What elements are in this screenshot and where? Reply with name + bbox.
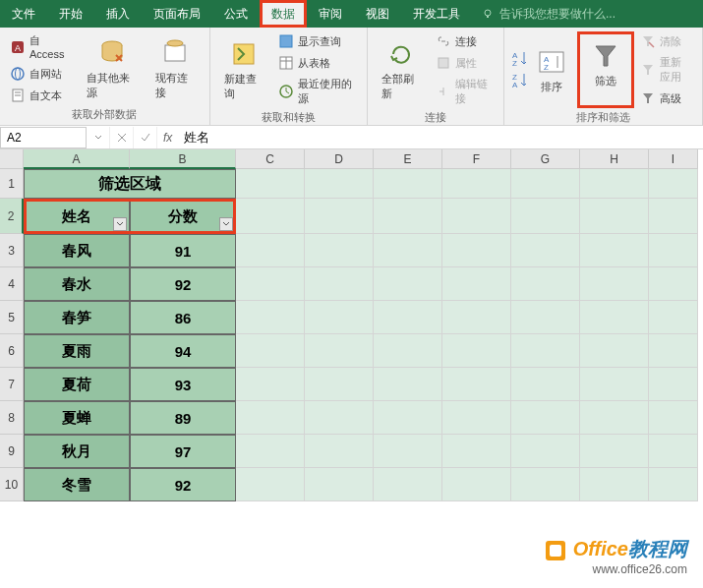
cell[interactable]: 夏荷 [24,368,130,401]
col-header-C[interactable]: C [236,149,305,169]
cell[interactable]: 91 [130,234,236,267]
cell[interactable] [305,401,374,435]
cell[interactable]: 89 [130,401,236,435]
cell[interactable] [649,301,698,334]
cell[interactable] [236,199,305,234]
cell[interactable] [374,234,442,267]
clear-filter-button[interactable]: 清除 [636,31,696,51]
cell[interactable]: 93 [130,368,236,401]
cell[interactable] [511,199,580,234]
cell[interactable] [236,468,305,501]
row-header-2[interactable]: 2 [0,199,24,234]
menu-data[interactable]: 数据 [260,0,307,28]
from-web-button[interactable]: 自网站 [6,64,77,84]
menu-formulas[interactable]: 公式 [212,0,260,28]
cell[interactable] [305,435,374,468]
cell[interactable] [236,435,305,468]
cell[interactable] [305,169,374,199]
cell[interactable] [305,334,374,368]
cell[interactable] [649,435,698,468]
menu-insert[interactable]: 插入 [94,0,142,28]
cell[interactable]: 97 [130,435,236,468]
cell[interactable] [511,234,580,267]
cell[interactable] [580,368,649,401]
cell[interactable] [580,267,649,301]
cell[interactable]: 86 [130,301,236,334]
cell[interactable] [236,267,305,301]
cell[interactable]: 92 [130,267,236,301]
cell[interactable] [236,301,305,334]
from-other-sources-button[interactable]: 自其他来源 [79,31,145,105]
col-header-D[interactable]: D [305,149,374,169]
cell[interactable] [649,169,698,199]
sort-button[interactable]: AZ 排序 [528,31,575,108]
cell[interactable] [580,234,649,267]
formula-input[interactable] [178,128,703,147]
cancel-formula-button[interactable] [110,127,134,148]
new-query-button[interactable]: 新建查询 [216,31,272,108]
cell[interactable] [305,234,374,267]
menu-page-layout[interactable]: 页面布局 [142,0,212,28]
reapply-button[interactable]: 重新应用 [636,53,696,87]
cell[interactable] [580,334,649,368]
cell[interactable]: 秋月 [24,435,130,468]
cell[interactable] [649,468,698,501]
name-box[interactable] [0,127,87,148]
properties-button[interactable]: 属性 [432,53,498,73]
cell[interactable] [374,169,442,199]
cell[interactable]: 春风 [24,234,130,267]
cell[interactable] [305,199,374,234]
cell[interactable]: 分数 [130,199,236,234]
cell[interactable] [649,234,698,267]
cell[interactable] [649,334,698,368]
name-box-dropdown[interactable] [87,127,110,148]
cell[interactable] [511,435,580,468]
cell[interactable] [374,401,442,435]
row-header-4[interactable]: 4 [0,267,24,301]
cell[interactable] [236,368,305,401]
sort-desc-icon[interactable]: ZA [510,73,526,88]
from-text-button[interactable]: 自文本 [6,86,77,105]
cell[interactable] [580,468,649,501]
cell[interactable] [442,301,511,334]
sort-asc-icon[interactable]: AZ [510,51,526,67]
col-header-B[interactable]: B [130,149,236,169]
cell[interactable] [511,334,580,368]
fx-icon[interactable]: fx [157,131,178,145]
cell[interactable] [374,334,442,368]
cell[interactable] [374,368,442,401]
cell[interactable] [236,401,305,435]
accept-formula-button[interactable] [134,127,157,148]
cell[interactable] [580,401,649,435]
refresh-all-button[interactable]: 全部刷新 [374,31,430,108]
row-header-8[interactable]: 8 [0,401,24,435]
cell[interactable] [511,169,580,199]
cell[interactable] [442,169,511,199]
advanced-filter-button[interactable]: 高级 [636,88,696,108]
cell[interactable]: 冬雪 [24,468,130,501]
from-access-button[interactable]: A 自 Access [6,31,77,62]
cell[interactable] [649,267,698,301]
row-header-7[interactable]: 7 [0,368,24,401]
cell[interactable] [442,468,511,501]
select-all-corner[interactable] [0,149,24,169]
cell[interactable] [649,199,698,234]
cell[interactable] [442,234,511,267]
col-header-G[interactable]: G [511,149,580,169]
col-header-F[interactable]: F [442,149,511,169]
row-header-1[interactable]: 1 [0,169,24,199]
col-header-A[interactable]: A [24,149,130,169]
tell-me-search[interactable]: 告诉我您想要做什么... [480,6,615,23]
cell[interactable] [305,267,374,301]
col-header-E[interactable]: E [374,149,442,169]
menu-developer[interactable]: 开发工具 [401,0,472,28]
menu-view[interactable]: 视图 [354,0,401,28]
cell[interactable] [374,301,442,334]
cell[interactable] [374,468,442,501]
cell[interactable] [236,334,305,368]
row-header-10[interactable]: 10 [0,468,24,501]
cell[interactable]: 春笋 [24,301,130,334]
filter-dropdown-button[interactable] [219,217,233,231]
cell[interactable] [305,468,374,501]
cell[interactable] [649,401,698,435]
